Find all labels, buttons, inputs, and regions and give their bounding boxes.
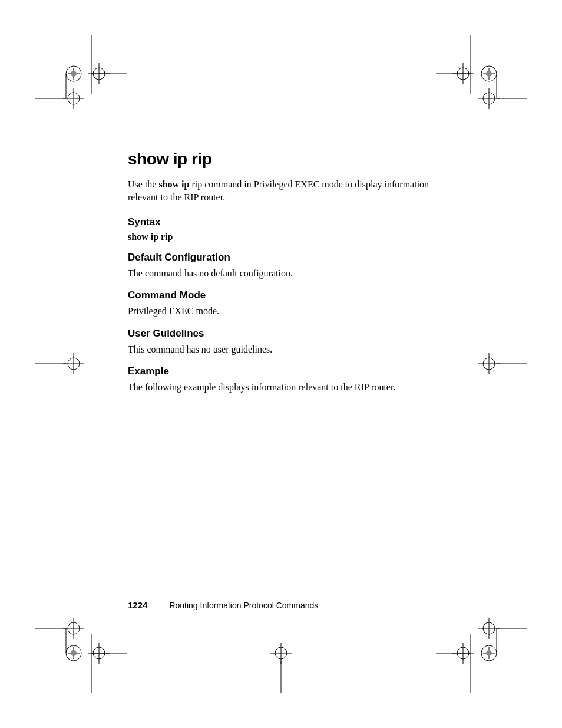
user-guidelines-text: This command has no user guidelines. <box>128 343 458 356</box>
svg-point-42 <box>93 647 105 659</box>
svg-point-55 <box>486 650 492 656</box>
svg-point-2 <box>66 66 81 81</box>
svg-point-41 <box>71 650 77 656</box>
svg-point-56 <box>457 647 469 659</box>
page-content: show ip rip Use the show ip rip command … <box>128 150 458 398</box>
intro-prefix: Use the <box>128 179 158 189</box>
svg-point-23 <box>483 93 495 104</box>
svg-point-16 <box>481 66 497 81</box>
svg-point-6 <box>93 68 105 80</box>
footer-chapter-title: Routing Information Protocol Commands <box>169 601 318 610</box>
intro-bold: show ip <box>158 179 189 189</box>
svg-point-59 <box>483 622 495 634</box>
svg-point-45 <box>68 622 80 634</box>
svg-point-19 <box>486 71 492 77</box>
svg-point-64 <box>275 647 287 659</box>
svg-point-38 <box>66 645 81 661</box>
command-title: show ip rip <box>128 150 458 169</box>
svg-point-5 <box>71 71 77 77</box>
svg-point-52 <box>481 645 497 661</box>
command-mode-text: Privileged EXEC mode. <box>128 305 458 318</box>
page-number: 1224 <box>128 600 147 610</box>
intro-paragraph: Use the show ip rip command in Privilege… <box>128 178 458 205</box>
footer-divider <box>158 601 158 610</box>
svg-point-28 <box>68 358 80 370</box>
syntax-command: show ip rip <box>128 232 458 242</box>
page-footer: 1224 Routing Information Protocol Comman… <box>128 600 318 610</box>
svg-point-20 <box>457 68 469 80</box>
default-config-heading: Default Configuration <box>128 252 458 263</box>
syntax-heading: Syntax <box>128 216 458 228</box>
default-config-text: The command has no default configuration… <box>128 267 458 280</box>
svg-point-9 <box>68 93 80 104</box>
example-heading: Example <box>128 365 458 377</box>
command-mode-heading: Command Mode <box>128 289 458 301</box>
example-text: The following example displays informati… <box>128 381 458 394</box>
user-guidelines-heading: User Guidelines <box>128 328 458 340</box>
svg-point-32 <box>483 358 495 370</box>
